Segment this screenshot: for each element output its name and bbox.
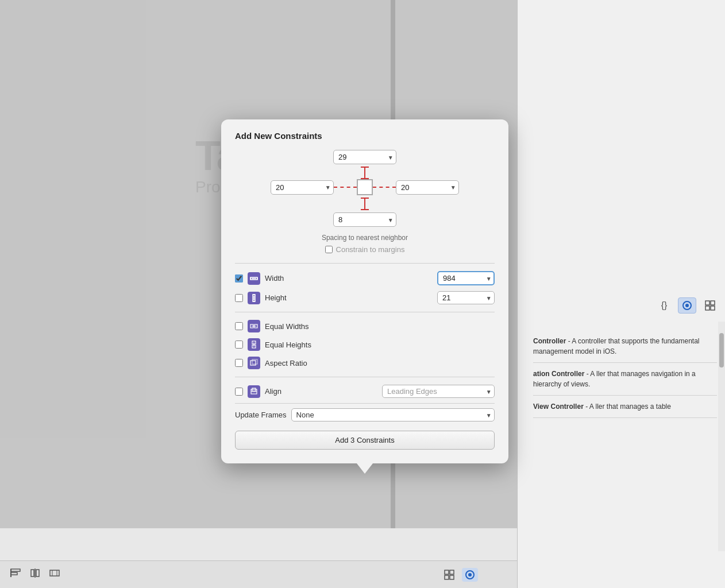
- item3-desc: - A ller that manages a table: [584, 403, 671, 411]
- left-spacing-wrap[interactable]: 20 ▾: [271, 180, 334, 195]
- toolbar-icon-resize[interactable]: [48, 567, 61, 583]
- right-panel-item-2: ation Controller - A ller that manages n…: [533, 363, 717, 396]
- svg-rect-4: [705, 306, 709, 310]
- bottom-spacing-wrap[interactable]: 8 ▾: [333, 212, 396, 227]
- ibeam-bottom-stem: [364, 199, 365, 209]
- left-dash-line: [334, 187, 357, 188]
- spacing-top-row: 29 ▾: [333, 150, 396, 164]
- aspect-ratio-checkbox[interactable]: [235, 359, 243, 367]
- svg-rect-28: [31, 570, 34, 577]
- svg-rect-35: [450, 570, 454, 574]
- top-spacing-wrap[interactable]: 29 ▾: [333, 150, 396, 164]
- right-spacing-wrap[interactable]: 20 ▾: [396, 180, 459, 195]
- width-value-wrap[interactable]: 984 ▾: [437, 271, 495, 285]
- spacing-label: Spacing to nearest neighbor: [235, 234, 495, 242]
- spacing-middle-row: 20 ▾ 20 ▾: [271, 179, 459, 195]
- item2-title: ation Controller: [533, 370, 584, 378]
- update-frames-select[interactable]: None Items of New Constraints All Frames…: [291, 408, 495, 421]
- aspect-ratio-label: Aspect Ratio: [265, 359, 495, 368]
- constrain-margins-label: Constrain to margins: [336, 245, 405, 254]
- svg-rect-36: [445, 575, 449, 579]
- section-divider-1: [235, 263, 495, 264]
- equal-widths-icon: [248, 320, 260, 332]
- width-value-select[interactable]: 984: [437, 271, 495, 285]
- item1-title: Controller: [533, 337, 566, 345]
- svg-point-39: [468, 573, 472, 577]
- right-dash-line: [373, 187, 396, 188]
- update-frames-row: Update Frames None Items of New Constrai…: [235, 403, 495, 426]
- right-dashed: [373, 187, 396, 188]
- section-divider-3: [235, 377, 495, 377]
- width-row: Width 984 ▾: [235, 268, 495, 288]
- section-divider-2: [235, 312, 495, 312]
- svg-point-1: [685, 304, 689, 307]
- svg-rect-2: [705, 301, 709, 305]
- right-panel-item-3: View Controller - A ller that manages a …: [533, 396, 717, 418]
- left-dashed: [334, 187, 357, 188]
- bottom-icon-circle[interactable]: [462, 568, 478, 582]
- equal-heights-checkbox[interactable]: [235, 341, 243, 349]
- height-value-select[interactable]: 21: [437, 291, 495, 304]
- constrain-margins-row: Constrain to margins: [235, 245, 495, 254]
- svg-rect-29: [36, 570, 39, 577]
- svg-rect-37: [450, 575, 454, 579]
- left-spacing-select[interactable]: 20: [271, 180, 334, 195]
- right-scrollbar[interactable]: [718, 322, 725, 551]
- bottom-icon-grid[interactable]: [441, 568, 457, 582]
- top-ibeam: [361, 167, 369, 179]
- equal-heights-label: Equal Heights: [265, 341, 495, 349]
- svg-rect-26: [11, 572, 17, 575]
- constrain-margins-checkbox[interactable]: [325, 246, 333, 253]
- panel-icon-braces[interactable]: {}: [655, 297, 673, 314]
- align-checkbox[interactable]: [235, 388, 243, 396]
- equal-widths-label: Equal Widths: [265, 322, 495, 331]
- align-select[interactable]: Leading Edges Trailing Edges Top Edges B…: [382, 385, 495, 398]
- constraints-popup: Add New Constraints 29 ▾ 20 ▾: [221, 119, 508, 463]
- center-box: [357, 179, 373, 195]
- aspect-ratio-icon: [248, 357, 260, 369]
- height-value-wrap[interactable]: 21 ▾: [437, 291, 495, 304]
- top-spacing-select[interactable]: 29: [333, 150, 396, 164]
- toolbar-icon-align-left[interactable]: [9, 567, 22, 583]
- popup-title: Add New Constraints: [235, 131, 495, 141]
- equal-heights-icon: [248, 338, 260, 351]
- width-label: Width: [265, 274, 433, 283]
- svg-rect-34: [445, 570, 449, 574]
- ibeam-bottom-bottom-bar: [361, 209, 369, 210]
- bottom-toolbar-right: [402, 560, 517, 588]
- equal-widths-checkbox[interactable]: [235, 322, 243, 330]
- bottom-ibeam: [361, 198, 369, 210]
- height-label: Height: [265, 293, 433, 302]
- height-checkbox[interactable]: [235, 294, 243, 302]
- toolbar-icon-distribute[interactable]: [29, 567, 41, 583]
- update-frames-select-wrap[interactable]: None Items of New Constraints All Frames…: [291, 408, 495, 421]
- aspect-ratio-row: Aspect Ratio: [235, 354, 495, 372]
- panel-icon-grid[interactable]: [701, 297, 719, 314]
- align-row: Align Leading Edges Trailing Edges Top E…: [235, 382, 495, 401]
- bottom-spacing-select[interactable]: 8: [333, 212, 396, 227]
- add-constraints-button[interactable]: Add 3 Constraints: [235, 431, 495, 450]
- scrollbar-thumb[interactable]: [719, 333, 724, 368]
- right-spacing-select[interactable]: 20: [396, 180, 459, 195]
- spacing-bottom-row: 8 ▾: [333, 212, 396, 227]
- item3-title: View Controller: [533, 403, 584, 411]
- align-select-wrap[interactable]: Leading Edges Trailing Edges Top Edges B…: [382, 385, 495, 398]
- ibeam-top-stem: [364, 168, 365, 178]
- svg-rect-5: [711, 306, 715, 310]
- svg-rect-21: [252, 359, 257, 364]
- width-icon: [248, 272, 260, 285]
- svg-rect-25: [11, 569, 20, 571]
- width-checkbox[interactable]: [235, 274, 243, 283]
- right-panel-content: Controller - A controller that supports …: [533, 330, 717, 418]
- right-panel-item-1: Controller - A controller that supports …: [533, 330, 717, 363]
- align-label: Align: [265, 387, 377, 396]
- height-row: Height 21 ▾: [235, 288, 495, 307]
- svg-rect-20: [250, 361, 256, 365]
- panel-icon-circle[interactable]: [678, 297, 696, 314]
- align-icon: [248, 385, 260, 398]
- update-frames-label: Update Frames: [235, 411, 287, 419]
- right-panel: [517, 0, 725, 588]
- right-panel-toolbar: {}: [655, 297, 719, 314]
- spacing-diagram: 29 ▾ 20 ▾: [235, 150, 495, 227]
- svg-rect-3: [711, 301, 715, 305]
